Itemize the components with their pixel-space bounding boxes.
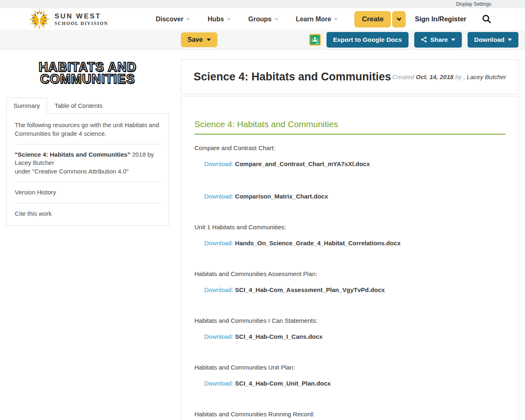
resource-label: Habitats and Communities Running Record: xyxy=(194,411,505,418)
resource-label: Habitats and Communities I Can Statement… xyxy=(194,317,505,324)
section-heading: Science 4: Habitats and Communities xyxy=(194,119,505,135)
summary-text: The following resources go with the unit… xyxy=(15,121,160,138)
save-button[interactable]: Save xyxy=(181,32,217,47)
by-label: by , xyxy=(455,73,465,80)
resource-header: Science 4: Habitats and Communities Crea… xyxy=(181,59,519,94)
caret-down-icon xyxy=(207,39,211,41)
resource-download-line: Download: Compare_and_Contrast_Chart_mYA… xyxy=(204,160,505,167)
sidebar: HABITATS AND COMMUNITIES Summary Table o… xyxy=(6,59,169,226)
chevron-down-icon xyxy=(227,16,231,20)
attribution-block: "Science 4: Habitats and Communities" 20… xyxy=(15,151,160,176)
logo-text: SUN WEST SCHOOL DIVISION xyxy=(55,12,108,26)
sunburst-logo-icon xyxy=(28,8,51,31)
nav-item-label: Hubs xyxy=(208,16,224,23)
search-button[interactable] xyxy=(482,14,491,24)
author-link[interactable]: Lacey Butcher xyxy=(467,73,506,80)
sidebar-tab[interactable]: Summary xyxy=(6,98,47,114)
resource-list: Compare and Contrast Chart:Download: Com… xyxy=(194,144,505,418)
sunwest-logo[interactable]: SUN WEST SCHOOL DIVISION xyxy=(28,8,108,31)
resource-label: Habitats and Communities Unit Plan: xyxy=(194,364,505,371)
page: Display Settings SUN WEST SCHOOL DIVISIO… xyxy=(0,0,525,420)
create-dropdown-button[interactable] xyxy=(392,11,406,27)
unit-cover-image: HABITATS AND COMMUNITIES xyxy=(6,59,169,85)
attribution-work-title: "Science 4: Habitats and Communities" xyxy=(15,151,130,158)
download-button-label: Download xyxy=(474,36,504,43)
cite-this-work-link[interactable]: Cite this work xyxy=(15,210,160,218)
divider xyxy=(15,144,160,144)
resource-download-line: Download: SCI_4_Hab-Com_Assessment_Plan_… xyxy=(204,286,505,293)
logo-subtitle: SCHOOL DIVISION xyxy=(55,21,108,26)
download-filename: Hands_On_Science_Grade_4_Habitat_Correla… xyxy=(233,240,401,247)
summary-panel: The following resources go with the unit… xyxy=(6,113,169,226)
divider xyxy=(15,182,160,182)
sign-in-register-link[interactable]: Sign In/Register xyxy=(415,15,466,23)
export-button-label: Export to Google Docs xyxy=(333,36,402,43)
main-content: Science 4: Habitats and Communities Crea… xyxy=(181,59,519,420)
download-link[interactable]: Download: xyxy=(204,160,233,167)
download-link[interactable]: Download: xyxy=(204,193,233,200)
download-filename: Comparison_Matrix_Chart.docx xyxy=(233,193,328,200)
create-button-group: Create xyxy=(354,11,406,27)
cover-title-line1: HABITATS AND xyxy=(6,61,169,73)
nav-menu-item[interactable]: Learn More xyxy=(296,16,337,23)
created-meta: Created Oct. 14, 2018 by , Lacey Butcher xyxy=(392,73,506,80)
created-label: Created xyxy=(392,73,414,80)
caret-down-icon xyxy=(451,39,455,41)
export-google-docs-button[interactable]: Export to Google Docs xyxy=(326,32,409,48)
tab-label: Table of Contents xyxy=(55,102,103,109)
page-title: Science 4: Habitats and Communities xyxy=(194,71,391,83)
resource-download-line: Download: Comparison_Matrix_Chart.docx xyxy=(204,193,505,200)
divider xyxy=(15,203,160,203)
share-button[interactable]: Share xyxy=(414,32,462,48)
create-button[interactable]: Create xyxy=(354,11,391,27)
share-nodes-icon xyxy=(421,37,427,43)
download-link[interactable]: Download: xyxy=(204,286,233,293)
sidebar-tab[interactable]: Table of Contents xyxy=(47,98,110,114)
nav-menu-item[interactable]: Groups xyxy=(248,16,278,23)
top-utility-bar: Display Settings xyxy=(0,0,525,8)
content-area: HABITATS AND COMMUNITIES Summary Table o… xyxy=(0,50,525,420)
google-classroom-icon xyxy=(309,34,321,46)
download-filename: SCI_4_Hab-Com_Assessment_Plan_VgyTvPd.do… xyxy=(233,286,385,293)
download-button[interactable]: Download xyxy=(468,32,518,48)
attribution-license: under "Creative Commons Attribution 4.0" xyxy=(15,167,160,176)
tab-label: Summary xyxy=(14,102,40,109)
nav-item-label: Learn More xyxy=(296,16,331,23)
resource-toolbar: Save Export to Google Docs xyxy=(0,30,525,50)
resource-download-line: Download: SCI_4_Hab-Com_I_Cans.docx xyxy=(204,333,505,340)
resource-body: Science 4: Habitats and Communities Comp… xyxy=(181,96,519,420)
nav-item-label: Groups xyxy=(248,16,272,23)
search-icon xyxy=(482,14,491,24)
resource-label: Compare and Contrast Chart: xyxy=(194,144,505,151)
google-classroom-button[interactable] xyxy=(309,34,321,46)
download-link[interactable]: Download: xyxy=(204,240,233,247)
nav-menu-item[interactable]: Discover xyxy=(156,16,190,23)
toolbar-right-group: Export to Google Docs Share Download xyxy=(309,32,518,48)
share-button-label: Share xyxy=(430,36,448,43)
download-filename: SCI_4_Hab-Com_I_Cans.docx xyxy=(233,333,323,340)
chevron-down-icon xyxy=(397,16,401,21)
resource-label: Habitats and Communities Assessment Plan… xyxy=(194,270,505,277)
created-date: Oct. 14, 2018 xyxy=(416,73,454,80)
caret-down-icon xyxy=(508,39,512,41)
navbar: SUN WEST SCHOOL DIVISION Discover Hubs G… xyxy=(0,8,525,30)
nav-menu: Discover Hubs Groups Learn More xyxy=(156,16,338,23)
download-link[interactable]: Download: xyxy=(204,380,233,387)
chevron-down-icon xyxy=(275,16,278,20)
version-history-link[interactable]: Version History xyxy=(15,188,160,196)
cover-title-line2: COMMUNITIES xyxy=(6,73,169,85)
resource-label: Unit 1 Habitats and Communities: xyxy=(194,224,505,231)
download-filename: Compare_and_Contrast_Chart_mYA7sXl.docx xyxy=(233,160,370,167)
nav-item-label: Discover xyxy=(156,16,184,23)
sidebar-tabs: Summary Table of Contents xyxy=(6,97,169,113)
download-link[interactable]: Download: xyxy=(204,333,233,340)
chevron-down-icon xyxy=(334,16,338,20)
logo-title: SUN WEST xyxy=(55,12,108,21)
resource-download-line: Download: Hands_On_Science_Grade_4_Habit… xyxy=(204,240,505,247)
download-filename: SCI_4_Hab-Com_Unit_Plan.docx xyxy=(233,380,331,387)
nav-menu-item[interactable]: Hubs xyxy=(208,16,230,23)
chevron-down-icon xyxy=(187,16,190,20)
display-settings-link[interactable]: Display Settings xyxy=(456,1,491,7)
resource-download-line: Download: SCI_4_Hab-Com_Unit_Plan.docx xyxy=(204,380,505,387)
save-button-label: Save xyxy=(187,36,203,43)
